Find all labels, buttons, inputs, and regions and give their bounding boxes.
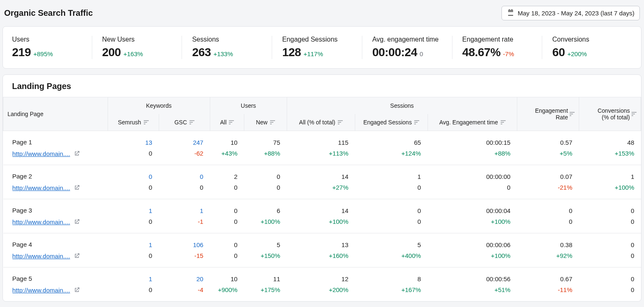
cell-change: 0 (200, 182, 203, 193)
page-url-link[interactable]: http://www.domain.... (12, 251, 70, 262)
cell-change: -11% (558, 285, 573, 295)
col-engaged-sessions-label: Engaged Sessions (363, 119, 412, 126)
metric-change: +133% (214, 50, 233, 57)
cell-change: 0 (418, 182, 421, 193)
landing-pages-table: Landing Page Keywords Users Sessions Eng… (3, 97, 641, 301)
sort-icon (570, 112, 575, 116)
col-users-all[interactable]: All (210, 114, 244, 131)
cell-savg: 00:00:000 (428, 165, 517, 199)
cell-value: 1 (149, 274, 152, 285)
table-row: Page 1http://www.domain....130247-6210+4… (3, 131, 641, 165)
col-engagement-rate[interactable]: Engagement Rate (517, 97, 579, 131)
cell-uall: 10+43% (210, 131, 244, 165)
cell-sall: 115+113% (287, 131, 355, 165)
cell-erate: 0.57+5% (517, 131, 579, 165)
cell-change: +100% (491, 250, 511, 261)
col-engaged-sessions[interactable]: Engaged Sessions (355, 114, 428, 131)
external-link-icon[interactable] (74, 184, 80, 191)
metric-tile[interactable]: Avg. engagement time00:00:240 (362, 36, 452, 59)
col-conversions-label-2: (% of total) (602, 114, 630, 121)
page-name: Page 4 (12, 239, 101, 250)
page-url-link[interactable]: http://www.domain.... (12, 149, 70, 159)
cell-sall: 14+100% (287, 199, 355, 233)
metric-tile[interactable]: Engaged Sessions128+117% (272, 36, 362, 59)
cell-value: 0 (200, 171, 203, 182)
metric-tile[interactable]: Users219+895% (12, 36, 92, 59)
landing-pages-title: Landing Pages (3, 75, 641, 97)
metric-tile[interactable]: Conversions60+200% (542, 36, 632, 59)
cell-change: -4 (198, 285, 203, 295)
cell-value: 14 (342, 171, 349, 182)
cell-gsc: 106-15 (159, 233, 210, 267)
external-link-icon[interactable] (74, 150, 80, 157)
sort-icon (229, 120, 234, 124)
cell-value: 1 (200, 205, 203, 216)
cell-change: +5% (560, 148, 572, 159)
external-link-icon[interactable] (74, 287, 80, 293)
metric-value: 00:00:24 (372, 46, 417, 59)
cell-change: 0 (569, 216, 572, 227)
col-sessions-all[interactable]: All (% of total) (287, 114, 355, 131)
cell-seng: 10 (355, 165, 428, 199)
cell-value: 13 (342, 240, 349, 250)
cell-change: 0 (149, 285, 152, 295)
sort-icon (338, 120, 343, 124)
metric-change: +163% (123, 50, 143, 57)
cell-change: +124% (401, 148, 421, 159)
cell-value: 0 (569, 205, 572, 216)
col-gsc-label: GSC (175, 119, 187, 126)
cell-value: 00:00:00 (486, 171, 510, 182)
cell-change: 0 (631, 216, 634, 227)
metric-change: +200% (567, 50, 587, 57)
col-engagement-rate-label-1: Engagement (535, 107, 568, 114)
page-url-link[interactable]: http://www.domain.... (12, 183, 70, 193)
external-link-icon[interactable] (74, 253, 80, 259)
cell-gsc: 00 (159, 165, 210, 199)
cell-conv: 1+100% (579, 165, 641, 199)
col-users-new[interactable]: New (244, 114, 287, 131)
metric-value: 60 (552, 46, 565, 59)
metric-tile[interactable]: Sessions263+133% (182, 36, 272, 59)
cell-semrush: 00 (108, 165, 159, 199)
page-name: Page 1 (12, 137, 101, 148)
col-group-users: Users (210, 97, 287, 114)
metric-tile[interactable]: New Users200+163% (92, 36, 182, 59)
cell-erate: 0.38+92% (517, 233, 579, 267)
cell-change: 0 (234, 250, 237, 261)
cell-uall: 00 (210, 233, 244, 267)
cell-change: +160% (329, 250, 348, 261)
metric-value: 219 (12, 46, 31, 59)
page-url-link[interactable]: http://www.domain.... (12, 285, 70, 296)
cell-change: +92% (556, 250, 573, 261)
col-avg-engagement-time[interactable]: Avg. Engagement time (428, 114, 517, 131)
cell-value: 5 (277, 240, 280, 250)
external-link-icon[interactable] (74, 218, 80, 225)
metric-label: Avg. engagement time (372, 36, 444, 43)
col-semrush[interactable]: Semrush (108, 114, 159, 131)
metric-label: Engaged Sessions (282, 36, 354, 43)
page-url-link[interactable]: http://www.domain.... (12, 217, 70, 228)
cell-change: +200% (329, 285, 348, 295)
cell-change: +167% (401, 285, 421, 295)
cell-conv: 48+153% (579, 131, 641, 165)
metric-label: Sessions (192, 36, 263, 43)
col-landing-page[interactable]: Landing Page (3, 97, 108, 131)
cell-change: 0 (631, 250, 634, 261)
cell-value: 12 (342, 274, 349, 285)
cell-gsc: 1-1 (159, 199, 210, 233)
table-row: Page 4http://www.domain....10106-15005+1… (3, 233, 641, 267)
metric-tile[interactable]: Engagement rate48.67%-7% (452, 36, 542, 59)
cell-value: 1 (149, 240, 152, 250)
calendar-icon (507, 9, 514, 17)
cell-landing-page: Page 5http://www.domain.... (3, 267, 108, 302)
cell-value: 0.38 (560, 240, 572, 250)
metric-label: New Users (102, 36, 174, 43)
col-semrush-label: Semrush (118, 119, 141, 126)
col-conversions[interactable]: Conversions (% of total) (579, 97, 641, 131)
col-gsc[interactable]: GSC (159, 114, 210, 131)
col-avg-engagement-time-label: Avg. Engagement time (439, 119, 498, 126)
col-group-keywords: Keywords (108, 97, 210, 114)
date-range-picker[interactable]: May 18, 2023 - May 24, 2023 (last 7 days… (501, 6, 640, 20)
cell-seng: 8+167% (355, 267, 428, 302)
cell-change: +113% (329, 148, 348, 159)
